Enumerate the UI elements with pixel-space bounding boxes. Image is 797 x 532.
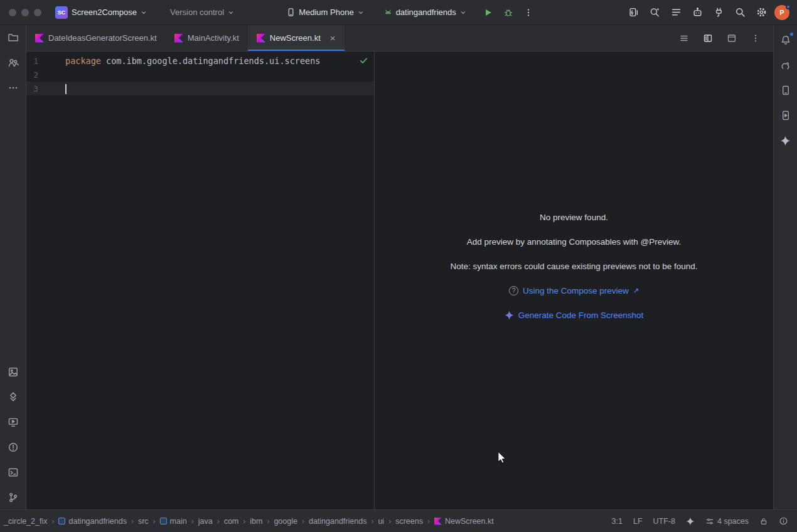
line-separator-widget[interactable]: LF [633,517,643,526]
line-number: 3 [26,84,64,93]
preview-mode-controls [675,25,773,51]
run-configuration-selector[interactable]: datingandfriends [380,5,471,19]
close-tab-icon[interactable]: × [330,33,336,43]
tool-windows-list-button[interactable] [668,4,685,21]
search-everywhere-button[interactable] [732,4,749,21]
zoom-window-button[interactable] [34,9,41,16]
code-editor[interactable]: 1 package com.ibm.google.datingandfriend… [26,51,374,509]
breadcrumb-item[interactable]: _circle_2_fix [3,516,48,527]
tab-dateideasgeneratorscreen[interactable]: DateIdeasGeneratorScreen.kt [26,25,166,51]
chevron-down-icon [140,9,147,16]
device-selector-label: Medium Phone [299,8,353,17]
gemini-status-icon[interactable] [686,517,695,526]
ide-window: SC Screen2Compose Version control Medium… [0,0,797,532]
tab-newscreen[interactable]: NewScreen.kt × [248,25,345,51]
no-preview-message: No preview found. [540,213,608,222]
code-line-2: 2 [26,68,374,82]
notification-badge [789,32,794,36]
tab-mainactivity[interactable]: MainActivity.kt [166,25,248,51]
resource-manager-button[interactable] [4,363,22,381]
layout-validation-button[interactable] [625,4,643,21]
breadcrumb-item[interactable]: java [197,516,214,527]
generate-code-from-screenshot-link[interactable]: Generate Code From Screenshot [505,311,644,320]
settings-button[interactable] [753,4,771,21]
gemini-tool-button[interactable] [777,132,794,149]
breadcrumb-item-file[interactable]: NewScreen.kt [433,516,495,527]
chevron-down-icon [357,9,365,16]
more-tool-windows-button[interactable] [4,79,22,97]
close-window-button[interactable] [9,9,16,16]
info-icon[interactable] [779,516,788,526]
breadcrumb-item[interactable]: screens [394,516,424,527]
running-devices-button[interactable] [4,413,22,431]
split-view-button[interactable] [699,29,717,47]
kotlin-file-icon [174,34,183,43]
breadcrumb-item[interactable]: main [159,516,188,527]
breadcrumb-item[interactable]: datingandfriends [57,516,127,527]
breadcrumb: _circle_2_fix › datingandfriends › src ›… [0,516,612,527]
line-number: 1 [26,56,64,66]
window-controls [9,9,41,16]
project-tool-button[interactable] [4,29,22,46]
more-actions-button[interactable] [520,4,537,21]
device-manager-button[interactable] [777,82,794,99]
gradle-button[interactable] [777,56,794,74]
code-view-button[interactable] [675,29,693,47]
breadcrumb-item[interactable]: com [223,516,240,527]
terminal-button[interactable] [4,464,22,481]
build-variants-button[interactable] [4,388,22,406]
ai-search-button[interactable] [646,4,664,21]
editor-more-options-button[interactable] [747,29,764,47]
code-line-1: 1 package com.ibm.google.datingandfriend… [26,54,374,68]
inspection-ok-icon[interactable] [359,56,368,65]
indent-widget[interactable]: 4 spaces [705,517,749,526]
module-icon [58,518,65,524]
device-selector[interactable]: Medium Phone [282,5,368,19]
compose-preview-help-link[interactable]: ? Using the Compose preview ↗ [509,286,639,295]
external-link-icon: ↗ [633,287,639,295]
minimize-window-button[interactable] [21,9,29,16]
version-control-label: Version control [170,8,224,17]
android-app-icon [383,8,393,17]
project-logo: SC [55,6,68,19]
problems-button[interactable] [4,439,22,456]
text-caret [65,84,67,94]
run-button[interactable] [479,4,497,21]
project-name-widget[interactable]: Screen2Compose [68,5,151,19]
editor-tab-bar: DateIdeasGeneratorScreen.kt MainActivity… [26,25,773,51]
user-avatar[interactable]: P [774,5,789,20]
code-text: package com.ibm.google.datingandfriends.… [64,56,320,66]
notification-dot [786,4,791,9]
right-tool-window-bar [773,25,797,509]
line-number: 2 [26,70,64,80]
readonly-lock-icon[interactable] [759,517,768,526]
chevron-down-icon [459,9,467,16]
run-config-label: datingandfriends [396,8,456,17]
title-bar: SC Screen2Compose Version control Medium… [0,0,797,25]
breadcrumb-item[interactable]: datingandfriends [308,516,368,527]
device-streaming-button[interactable] [777,107,794,124]
breadcrumb-item[interactable]: ibm [249,516,264,527]
debug-button[interactable] [500,4,517,21]
git-button[interactable] [4,489,22,506]
add-preview-message: Add preview by annotating Composables wi… [467,237,682,247]
project-name: Screen2Compose [72,8,137,17]
kotlin-file-icon [434,518,442,525]
notifications-button[interactable] [777,31,794,49]
code-text [64,83,67,94]
breadcrumb-item[interactable]: src [137,516,150,527]
kotlin-file-icon [35,34,44,43]
status-bar: _circle_2_fix › datingandfriends › src ›… [0,509,797,532]
version-control-widget[interactable]: Version control [166,5,238,19]
design-view-button[interactable] [723,29,741,47]
plugin-button[interactable] [710,4,728,21]
studio-bot-button[interactable] [689,4,707,21]
compose-preview-panel: No preview found. Add preview by annotat… [374,51,773,509]
editor-config-icon [705,517,714,526]
encoding-widget[interactable]: UTF-8 [653,517,675,526]
cursor-position-widget[interactable]: 3:1 [612,517,623,526]
breadcrumb-item[interactable]: ui [377,516,385,527]
breadcrumb-item[interactable]: google [272,516,299,527]
code-line-3: 3 [26,82,374,95]
users-tool-button[interactable] [4,54,22,72]
